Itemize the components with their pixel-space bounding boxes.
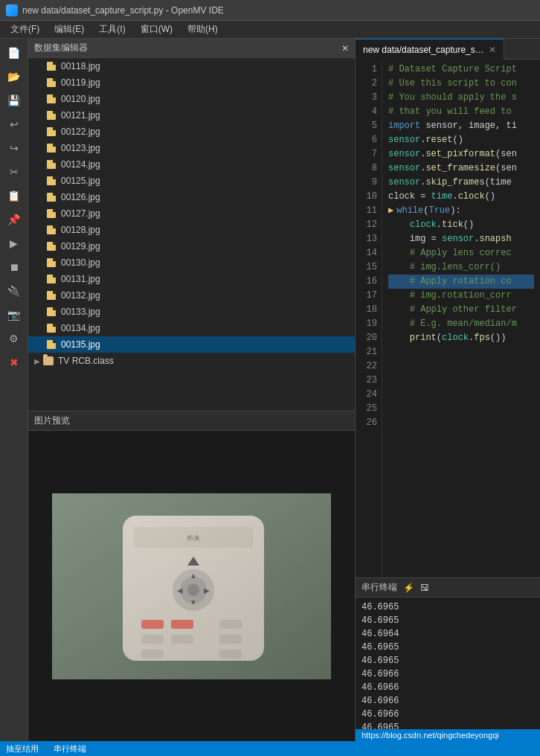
serial-clear-icon[interactable]: 🖫 bbox=[420, 583, 429, 593]
file-name: 00131.jpg bbox=[61, 274, 100, 284]
serial-connect-icon[interactable]: ⚡ bbox=[403, 583, 414, 593]
redo-icon[interactable]: ↪ bbox=[3, 137, 25, 159]
title-bar: new data/dataset_capture_script.py - Ope… bbox=[0, 0, 540, 21]
file-icon bbox=[46, 257, 57, 268]
file-icon bbox=[46, 61, 57, 71]
folder-icon bbox=[43, 356, 54, 365]
save-icon[interactable]: 💾 bbox=[3, 89, 25, 112]
serial-header: 串行终端 ⚡ 🖫 bbox=[356, 578, 540, 598]
code-line: # that you will feed to bbox=[388, 105, 534, 119]
line-number: 26 bbox=[356, 416, 377, 430]
line-number: 22 bbox=[356, 359, 377, 374]
menu-item-window-menu[interactable]: 窗口(W) bbox=[133, 22, 180, 37]
serial-value: 46.6965 bbox=[361, 614, 534, 627]
line-number: 17 bbox=[356, 289, 377, 303]
menu-item-help-menu[interactable]: 帮助(H) bbox=[180, 22, 225, 37]
file-name: 00129.jpg bbox=[61, 241, 100, 252]
svg-rect-20 bbox=[52, 493, 331, 679]
camera-icon[interactable]: 📷 bbox=[3, 304, 25, 326]
line-number: 5 bbox=[356, 119, 377, 133]
file-explorer: 数据集编辑器 ✕ 00118.jpg00119.jpg00120.jpg0012… bbox=[28, 39, 355, 411]
code-line: # E.g. mean/median/m bbox=[388, 317, 534, 331]
serial-content: 46.696546.696546.696446.696546.696546.69… bbox=[356, 598, 540, 729]
file-icon bbox=[46, 208, 57, 219]
code-line: sensor.reset() bbox=[388, 133, 534, 147]
file-item[interactable]: 00131.jpg bbox=[28, 271, 355, 287]
file-item[interactable]: 00118.jpg bbox=[28, 58, 355, 74]
file-name: 00126.jpg bbox=[61, 192, 100, 202]
line-number: 9 bbox=[356, 176, 377, 190]
file-item[interactable]: 00129.jpg bbox=[28, 238, 355, 254]
settings-icon[interactable]: ⚙ bbox=[3, 327, 25, 350]
file-item[interactable]: 00128.jpg bbox=[28, 222, 355, 238]
connect-icon[interactable]: 🔌 bbox=[3, 280, 25, 302]
file-item[interactable]: 00119.jpg bbox=[28, 74, 355, 91]
file-icon bbox=[46, 77, 57, 88]
code-line: # Apply lens correc bbox=[388, 246, 534, 260]
vertical-toolbar: 📄📂💾↩↪✂📋📌▶⏹🔌📷⚙✖ bbox=[0, 39, 28, 741]
open-icon[interactable]: 📂 bbox=[3, 65, 25, 88]
undo-icon[interactable]: ↩ bbox=[3, 113, 25, 135]
file-item[interactable]: 00134.jpg bbox=[28, 320, 355, 336]
file-name: 00123.jpg bbox=[61, 143, 100, 153]
file-icon bbox=[46, 339, 57, 350]
menu-item-file-menu[interactable]: 文件(F) bbox=[3, 22, 47, 37]
line-number: 19 bbox=[356, 317, 377, 331]
copy-icon[interactable]: 📋 bbox=[3, 185, 25, 207]
file-item[interactable]: 00127.jpg bbox=[28, 205, 355, 222]
line-number: 3 bbox=[356, 91, 377, 105]
file-icon bbox=[46, 241, 57, 252]
error-icon[interactable]: ✖ bbox=[3, 351, 25, 374]
code-line: # Use this script to con bbox=[388, 77, 534, 91]
code-content[interactable]: # Dataset Capture Script# Use this scrip… bbox=[382, 60, 540, 577]
file-name: 00121.jpg bbox=[61, 110, 100, 121]
line-number: 23 bbox=[356, 374, 377, 388]
line-numbers: 1234567891011121314151617181920212223242… bbox=[356, 60, 382, 577]
line-number: 6 bbox=[356, 133, 377, 147]
code-line: sensor.set_framesize(sen bbox=[388, 161, 534, 176]
tab-close-btn[interactable]: ✕ bbox=[489, 45, 496, 55]
line-number: 18 bbox=[356, 303, 377, 317]
file-name: 00128.jpg bbox=[61, 225, 100, 235]
file-item[interactable]: 00121.jpg bbox=[28, 107, 355, 124]
file-item[interactable]: 00135.jpg bbox=[28, 336, 355, 353]
new-file-icon[interactable]: 📄 bbox=[3, 42, 25, 64]
folder-item[interactable]: ▶TV RCB.class bbox=[28, 353, 355, 369]
line-number: 1 bbox=[356, 63, 377, 77]
file-item[interactable]: 00133.jpg bbox=[28, 304, 355, 320]
file-explorer-title: 数据集编辑器 bbox=[34, 42, 88, 54]
code-line: ▶while(True): bbox=[388, 204, 534, 218]
line-number: 15 bbox=[356, 260, 377, 275]
serial-value: 46.6965 bbox=[361, 641, 534, 654]
code-line: # Apply other filter bbox=[388, 303, 534, 317]
file-icon bbox=[46, 143, 57, 153]
serial-value: 46.6964 bbox=[361, 627, 534, 641]
code-line: # You should apply the s bbox=[388, 91, 534, 105]
file-item[interactable]: 00120.jpg bbox=[28, 91, 355, 107]
serial-value: 46.6966 bbox=[361, 694, 534, 708]
stop-icon[interactable]: ⏹ bbox=[3, 256, 25, 278]
file-item[interactable]: 00124.jpg bbox=[28, 156, 355, 173]
file-item[interactable]: 00132.jpg bbox=[28, 287, 355, 304]
preview-image: 开/关 ▲ ▼ ◀ ▶ bbox=[52, 493, 331, 679]
file-item[interactable]: 00126.jpg bbox=[28, 189, 355, 205]
file-icon bbox=[46, 225, 57, 235]
file-item[interactable]: 00122.jpg bbox=[28, 124, 355, 140]
file-item[interactable]: 00130.jpg bbox=[28, 254, 355, 271]
line-number: 20 bbox=[356, 331, 377, 345]
menu-item-edit-menu[interactable]: 编辑(E) bbox=[47, 22, 91, 37]
cut-icon[interactable]: ✂ bbox=[3, 161, 25, 183]
close-explorer-btn[interactable]: ✕ bbox=[341, 43, 349, 54]
code-line: print(clock.fps()) bbox=[388, 331, 534, 345]
file-icon bbox=[46, 290, 57, 301]
line-number: 10 bbox=[356, 190, 377, 204]
paste-icon[interactable]: 📌 bbox=[3, 208, 25, 231]
menu-item-tools-menu[interactable]: 工具(I) bbox=[91, 22, 132, 37]
file-icon bbox=[46, 110, 57, 121]
window-title: new data/dataset_capture_script.py - Ope… bbox=[22, 5, 224, 16]
file-item[interactable]: 00123.jpg bbox=[28, 140, 355, 156]
run-icon[interactable]: ▶ bbox=[3, 232, 25, 254]
status-bar: 抽至结用 串行终端 bbox=[0, 741, 540, 756]
file-item[interactable]: 00125.jpg bbox=[28, 173, 355, 189]
tab-editor[interactable]: new data/dataset_capture_s… ✕ bbox=[356, 39, 504, 60]
